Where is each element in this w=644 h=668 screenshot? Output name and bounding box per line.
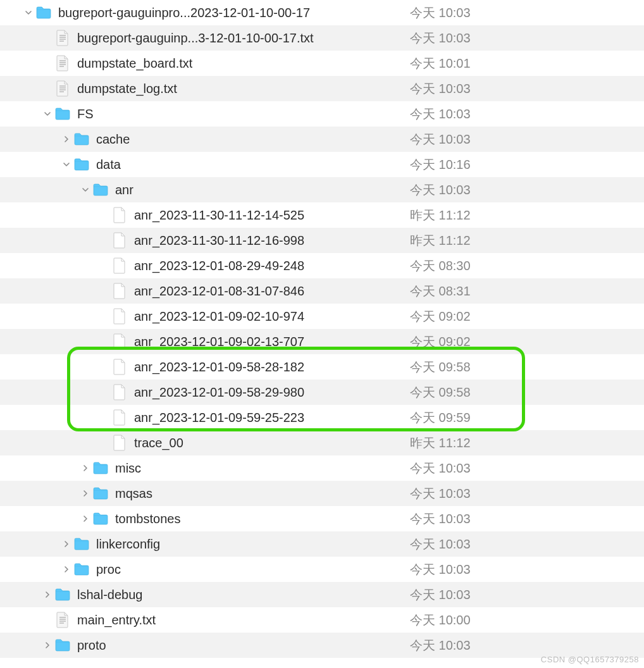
file-row[interactable]: anr_2023-12-01-09-02-13-707今天 09:02 [0, 329, 644, 354]
file-name: trace_00 [134, 436, 183, 450]
chevron-down-icon[interactable] [24, 9, 33, 16]
file-date: 今天 08:30 [410, 257, 471, 275]
folder-icon [92, 460, 109, 476]
file-icon [111, 207, 128, 223]
chevron-right-icon[interactable] [62, 136, 71, 142]
file-date: 今天 10:03 [410, 536, 471, 553]
file-name: lshal-debug [77, 588, 142, 602]
file-icon [111, 384, 128, 400]
file-row[interactable]: linkerconfig今天 10:03 [0, 531, 644, 557]
file-name: proc [96, 562, 121, 577]
file-row[interactable]: anr_2023-12-01-09-02-10-974今天 09:02 [0, 304, 644, 329]
chevron-right-icon[interactable] [81, 516, 90, 522]
file-icon [111, 257, 128, 274]
file-row[interactable]: proto今天 10:03 [0, 633, 644, 658]
file-date: 昨天 11:12 [410, 232, 471, 249]
file-row[interactable]: trace_00昨天 11:12 [0, 430, 644, 455]
folder-icon [54, 586, 71, 603]
file-row[interactable]: lshal-debug今天 10:03 [0, 582, 644, 607]
file-row[interactable]: dumpstate_board.txt今天 10:01 [0, 51, 644, 76]
file-row[interactable]: dumpstate_log.txt今天 10:03 [0, 76, 644, 101]
file-row[interactable]: FS今天 10:03 [0, 101, 644, 127]
chevron-right-icon[interactable] [62, 541, 71, 547]
file-name: anr_2023-11-30-11-12-14-525 [134, 208, 304, 223]
file-row[interactable]: anr_2023-11-30-11-12-14-525昨天 11:12 [0, 202, 644, 228]
file-row[interactable]: cache今天 10:03 [0, 127, 644, 152]
file-name: misc [115, 461, 141, 476]
folder-icon [73, 536, 90, 552]
file-icon [111, 232, 128, 249]
file-row[interactable]: anr_2023-12-01-08-31-07-846今天 08:31 [0, 278, 644, 304]
chevron-right-icon[interactable] [43, 591, 52, 598]
file-date: 今天 10:03 [410, 637, 471, 654]
file-name: anr_2023-12-01-09-58-29-980 [134, 385, 304, 400]
file-date: 今天 10:03 [410, 131, 471, 148]
file-date: 今天 10:03 [410, 586, 471, 603]
file-row[interactable]: data今天 10:16 [0, 152, 644, 177]
file-row[interactable]: bugreport-gauguinp...3-12-01-10-00-17.tx… [0, 25, 644, 51]
file-date: 今天 10:03 [410, 106, 471, 123]
file-date: 今天 10:03 [410, 80, 471, 97]
chevron-right-icon[interactable] [81, 490, 90, 497]
file-row[interactable]: anr_2023-12-01-08-29-49-248今天 08:30 [0, 253, 644, 278]
file-date: 昨天 11:12 [410, 435, 471, 452]
file-row[interactable]: tombstones今天 10:03 [0, 506, 644, 531]
file-name: tombstones [115, 512, 180, 526]
file-row[interactable]: anr_2023-12-01-09-58-28-182今天 09:58 [0, 354, 644, 380]
file-date: 今天 10:16 [410, 156, 471, 173]
folder-icon [92, 485, 109, 502]
file-date: 今天 10:03 [410, 485, 471, 502]
file-date: 今天 10:03 [410, 510, 471, 528]
file-date: 今天 10:03 [410, 4, 471, 22]
file-row[interactable]: misc今天 10:03 [0, 455, 644, 481]
folder-icon [73, 561, 90, 578]
file-tree: bugreport-gauguinpro...2023-12-01-10-00-… [0, 0, 644, 658]
folder-icon [35, 4, 52, 21]
file-name: cache [96, 132, 130, 147]
text-file-icon [54, 55, 71, 71]
file-name: data [96, 158, 121, 172]
file-date: 今天 10:03 [410, 30, 471, 47]
file-row[interactable]: proc今天 10:03 [0, 557, 644, 582]
file-row[interactable]: anr今天 10:03 [0, 177, 644, 202]
chevron-right-icon[interactable] [43, 642, 52, 648]
file-date: 今天 09:58 [410, 384, 471, 401]
file-date: 今天 08:31 [410, 283, 471, 300]
file-icon [111, 283, 128, 299]
file-date: 今天 10:00 [410, 612, 471, 629]
file-name: dumpstate_board.txt [77, 56, 192, 71]
file-name: anr_2023-11-30-11-12-16-998 [134, 233, 304, 248]
file-name: proto [77, 638, 106, 653]
file-row[interactable]: anr_2023-12-01-09-58-29-980今天 09:58 [0, 380, 644, 405]
folder-icon [73, 156, 90, 173]
file-row[interactable]: mqsas今天 10:03 [0, 481, 644, 506]
file-icon [111, 308, 128, 325]
file-row[interactable]: anr_2023-11-30-11-12-16-998昨天 11:12 [0, 228, 644, 253]
text-file-icon [54, 80, 71, 97]
file-icon [111, 409, 128, 426]
file-name: dumpstate_log.txt [77, 82, 177, 96]
file-name: anr_2023-12-01-08-29-49-248 [134, 259, 304, 273]
file-name: anr_2023-12-01-09-02-10-974 [134, 309, 304, 324]
folder-icon [54, 637, 71, 653]
file-date: 今天 09:59 [410, 409, 471, 426]
folder-icon [54, 106, 71, 122]
file-date: 今天 10:03 [410, 460, 471, 477]
chevron-down-icon[interactable] [43, 111, 52, 117]
watermark: CSDN @QQ1657379258 [541, 655, 639, 664]
file-name: anr_2023-12-01-09-58-28-182 [134, 360, 304, 374]
folder-icon [73, 131, 90, 147]
folder-icon [92, 182, 109, 198]
file-name: anr_2023-12-01-08-31-07-846 [134, 284, 304, 299]
file-row[interactable]: bugreport-gauguinpro...2023-12-01-10-00-… [0, 0, 644, 25]
chevron-right-icon[interactable] [62, 566, 71, 572]
chevron-down-icon[interactable] [81, 187, 90, 193]
file-icon [111, 435, 128, 451]
file-date: 昨天 11:12 [410, 207, 471, 224]
file-date: 今天 09:02 [410, 308, 471, 325]
chevron-down-icon[interactable] [62, 161, 71, 168]
file-name: anr_2023-12-01-09-59-25-223 [134, 411, 304, 425]
file-row[interactable]: main_entry.txt今天 10:00 [0, 607, 644, 633]
file-row[interactable]: anr_2023-12-01-09-59-25-223今天 09:59 [0, 405, 644, 430]
chevron-right-icon[interactable] [81, 465, 90, 471]
